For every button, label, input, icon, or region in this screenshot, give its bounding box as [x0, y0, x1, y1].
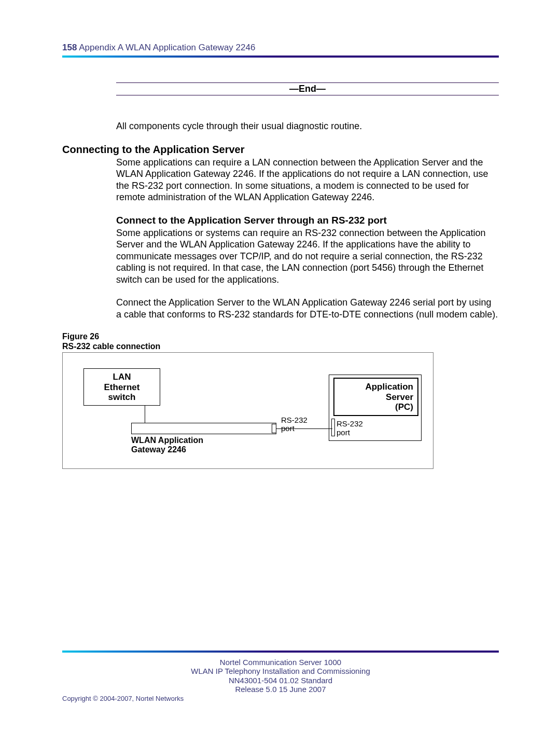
app-rs232-port	[331, 419, 335, 436]
footer-line3: NN43001-504 01.02 Standard	[62, 676, 499, 685]
end-marker: —End—	[116, 82, 499, 95]
app-line3: (PC)	[339, 402, 413, 412]
application-server-box: Application Server (PC) RS-232 port	[329, 375, 422, 441]
page-header: 158 Appendix A WLAN Application Gateway …	[62, 43, 499, 53]
footer-line4: Release 5.0 15 June 2007	[62, 685, 499, 694]
figure-caption: Figure 26 RS-232 cable connection	[62, 331, 499, 351]
lan-line1: LAN	[84, 372, 160, 382]
connector-line	[276, 428, 332, 429]
wlan-label: WLAN Application Gateway 2246	[131, 436, 276, 454]
paragraph: All components cycle through their usual…	[116, 120, 499, 132]
app-line2: Server	[339, 392, 413, 403]
figure-title: RS-232 cable connection	[62, 341, 499, 351]
wlan-gateway-block: RS-232 port WLAN Application Gateway 224…	[131, 423, 276, 454]
wlan-port-label: RS-232 port	[281, 416, 312, 433]
footer-rule	[62, 651, 499, 653]
page-footer: Nortel Communication Server 1000 WLAN IP…	[62, 651, 499, 702]
subsection-heading: Connect to the Application Server throug…	[116, 215, 499, 226]
app-line1: Application	[339, 382, 413, 392]
lan-line2: Ethernet	[84, 382, 160, 393]
paragraph: Some applications or systems can require…	[116, 227, 499, 286]
header-rule	[62, 56, 499, 58]
footer-line1: Nortel Communication Server 1000	[62, 658, 499, 667]
footer-text: Nortel Communication Server 1000 WLAN IP…	[62, 658, 499, 694]
paragraph: Connect the Application Server to the WL…	[116, 297, 499, 320]
footer-line2: WLAN IP Telephony Installation and Commi…	[62, 667, 499, 675]
figure-diagram: LAN Ethernet switch RS-232 port WLAN App…	[62, 352, 433, 469]
header-title: Appendix A WLAN Application Gateway 2246	[79, 43, 255, 52]
app-port-label: RS-232 port	[337, 420, 363, 437]
paragraph: Some applications can require a LAN conn…	[116, 157, 499, 203]
application-server-inner: Application Server (PC)	[333, 378, 418, 416]
lan-line3: switch	[84, 392, 160, 403]
lan-switch-box: LAN Ethernet switch	[83, 368, 160, 406]
wlan-label-l2: Gateway 2246	[131, 445, 276, 454]
connector-line	[145, 406, 145, 423]
wlan-gateway-box: RS-232 port	[131, 423, 276, 434]
copyright: Copyright © 2004-2007, Nortel Networks	[62, 695, 499, 702]
page-number: 158	[62, 43, 77, 52]
figure-number: Figure 26	[62, 331, 499, 341]
section-heading: Connecting to the Application Server	[62, 144, 499, 156]
wlan-label-l1: WLAN Application	[131, 436, 276, 445]
